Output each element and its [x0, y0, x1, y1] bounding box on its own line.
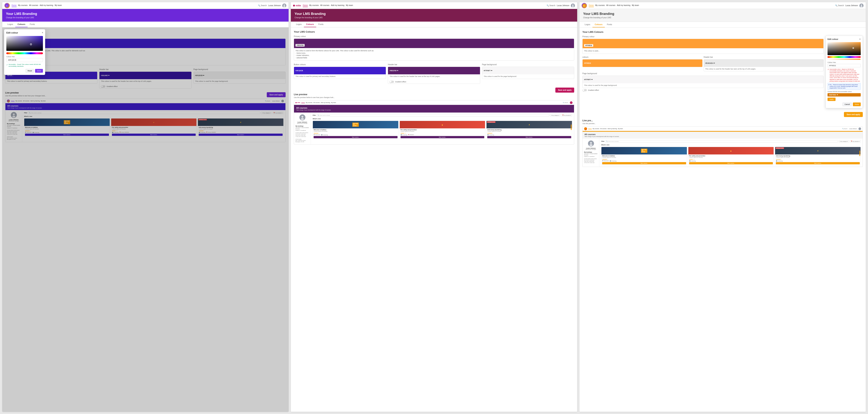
nav-avatar-3[interactable] — [860, 4, 864, 8]
hue-slider-3[interactable] — [828, 56, 861, 58]
section-title-3: Your LMS Colours — [582, 31, 863, 33]
kallidus-logo-3: K — [582, 3, 587, 8]
nav-home-2[interactable]: Home — [303, 4, 308, 7]
nav-user-1: Lucas Johnson — [268, 4, 281, 6]
svg-point-20 — [590, 142, 592, 144]
hero-subtitle-1: Change the branding of your LMS — [6, 16, 285, 19]
scrollbar-2[interactable] — [571, 125, 571, 130]
nav-search-2[interactable]: 🔍 Search — [547, 4, 555, 6]
gradient-toggle-2[interactable] — [390, 81, 394, 83]
start-btn-2-3[interactable]: Start course › — [487, 136, 571, 138]
done-btn-1[interactable]: Done — [35, 69, 43, 73]
tab-fonts-2[interactable]: Fonts — [316, 22, 326, 27]
tab-colours-3[interactable]: Colours — [592, 22, 605, 27]
nav-allcourses-3[interactable]: All courses — [606, 4, 615, 7]
colors-with-modal-3: Primary colour #FF9E32 This colour is us… — [582, 36, 863, 108]
nav-search-1[interactable]: 🔍 Search — [258, 4, 267, 6]
hue-slider-1[interactable] — [6, 53, 43, 54]
inner-course-grid-3: WELCOMEONBOARD Welcome to Kallidus 1 les… — [601, 147, 861, 165]
svg-text:K: K — [584, 5, 585, 7]
primary-hex-tag-2: #5B1F69 — [296, 44, 305, 46]
inner-sidebar-3: Lucas Johnson Warehouse manager My booki… — [583, 139, 599, 167]
inner-course-grid-2: WELCOMEONBOARD Welcome to Kallidus 1 les… — [313, 121, 572, 139]
save-apply-btn-2[interactable]: Save and apply — [555, 88, 574, 93]
main-content-2: Your LMS Colours Primary colour #5B1F69 … — [291, 27, 577, 412]
hero-2: Your LMS Branding Change the branding of… — [291, 9, 577, 22]
primary-swatch-3: #FF9E32 — [583, 39, 824, 48]
inner-course-card-2-2: 🔥 Fire safety and prevention 1 lesson (a… — [400, 121, 486, 139]
hex-input-3[interactable] — [828, 64, 861, 67]
main-content-3: Your LMS Colours Primary colour #FF9E32 … — [580, 28, 866, 412]
start-btn-3-2[interactable]: Start course › — [689, 162, 773, 164]
hero-title-2: Your LMS Branding — [294, 12, 574, 16]
live-preview-title-3: Live pre... — [582, 119, 863, 122]
inner-user-avatar-2 — [300, 114, 305, 120]
save-apply-btn-3[interactable]: Save and apply — [844, 112, 863, 117]
nav-home-3[interactable]: Home — [589, 4, 594, 7]
modal-close-btn-3[interactable]: × — [859, 38, 861, 41]
inner-nav-3: Home My courses All courses Add my learn… — [583, 127, 863, 131]
modal-title-3: Edit colour — [828, 38, 838, 40]
inner-duration-select-2[interactable]: 📅 Any duration ▾ — [561, 114, 572, 116]
done-btn-3[interactable]: Done — [853, 102, 861, 106]
start-btn-2-2[interactable]: Start course › — [401, 136, 485, 138]
inner-course-card-2-1: WELCOMEONBOARD Welcome to Kallidus 1 les… — [313, 121, 399, 139]
nav-mycourses-3[interactable]: My courses — [595, 4, 605, 7]
color-picker-area-3[interactable] — [828, 42, 861, 55]
tab-logos-1[interactable]: Logos — [5, 22, 15, 27]
nav-myteam-2[interactable]: My team — [346, 4, 353, 7]
nav-links-2: Home My courses All courses Add my learn… — [303, 4, 545, 7]
picker-circle-1 — [30, 43, 32, 45]
inner-logo-3 — [584, 127, 587, 130]
nav-addlearning-1[interactable]: Add my learning — [40, 4, 53, 7]
inner-search-input-3[interactable]: 🔍 Enter word or phrase — [605, 140, 838, 142]
nav-search-3[interactable]: 🔍 Search — [835, 4, 844, 6]
nav-avatar-2[interactable] — [571, 4, 575, 8]
svg-text:K: K — [6, 5, 7, 7]
start-btn-3-3[interactable]: Start course › — [776, 162, 860, 164]
gradient-toggle-3[interactable] — [582, 89, 587, 91]
scrollbar-3[interactable] — [860, 150, 860, 156]
svg-point-10 — [572, 6, 574, 8]
svg-point-21 — [589, 144, 592, 146]
nav-addlearning-2[interactable]: Add my learning — [331, 4, 344, 7]
accessibility-msg-1: ✓ Accessible - Great! This colour meets … — [6, 64, 43, 67]
lms-inner-preview-2: mitie Home My courses All courses Add my… — [294, 100, 574, 145]
nav-myteam-1[interactable]: My team — [55, 4, 62, 7]
picker-circle-3 — [852, 47, 854, 49]
nav-allcourses-1[interactable]: All courses — [29, 4, 38, 7]
nav-mycourses-1[interactable]: My courses — [18, 4, 28, 7]
hex-input-1[interactable] — [6, 58, 43, 62]
cancel-btn-3[interactable]: Cancel — [842, 102, 852, 106]
tab-fonts-1[interactable]: Fonts — [28, 22, 37, 27]
inner-sidebar-2: Lucas Johnson Warehouse manager My booki… — [294, 112, 311, 144]
nav-avatar-1[interactable] — [282, 4, 286, 8]
hero-title-3: Your LMS Branding — [583, 12, 862, 16]
nav-allcourses-2[interactable]: All courses — [320, 4, 330, 7]
live-preview-title-2: Live preview — [294, 93, 574, 96]
inner-search-input-2[interactable]: 🔍 Enter word or phrase — [316, 114, 549, 116]
start-btn-3-1[interactable]: Start course › — [602, 162, 686, 164]
tab-logos-2[interactable]: Logos — [294, 22, 304, 27]
inner-category-select-2[interactable]: ≡ Any category ▾ — [550, 114, 561, 116]
inner-main-3: Filter 🔍 Enter word or phrase ≡ Any cate… — [599, 139, 863, 167]
start-btn-2-1[interactable]: Start course › — [314, 136, 398, 138]
modal-close-btn-1[interactable]: × — [42, 31, 43, 34]
nav-home-1[interactable]: Home — [11, 4, 17, 7]
apply-wcag-btn-3[interactable]: Apply — [828, 98, 836, 101]
check-icon-1: ✓ — [6, 64, 8, 66]
inner-duration-select-3[interactable]: 📅 Any duration ▾ — [850, 140, 861, 142]
tab-fonts-3[interactable]: Fonts — [605, 22, 615, 27]
live-preview-desc-3: Use the preview... — [582, 123, 863, 125]
nav-addlearning-3[interactable]: Add my learning — [617, 4, 630, 7]
reset-btn-1[interactable]: Reset — [26, 69, 34, 73]
tab-colours-2[interactable]: Colours — [304, 22, 316, 27]
alpha-slider-3[interactable] — [828, 59, 861, 60]
tab-colours-1[interactable]: Colours — [15, 22, 28, 27]
tab-logos-3[interactable]: Logos — [582, 22, 592, 27]
nav-mycourses-2[interactable]: My courses — [309, 4, 319, 7]
inner-category-select-3[interactable]: ≡ Any category ▾ — [839, 140, 849, 142]
color-picker-area-1[interactable] — [6, 36, 43, 51]
tabs-3: Logos Colours Fonts — [580, 22, 866, 28]
nav-myteam-3[interactable]: My team — [632, 4, 639, 7]
